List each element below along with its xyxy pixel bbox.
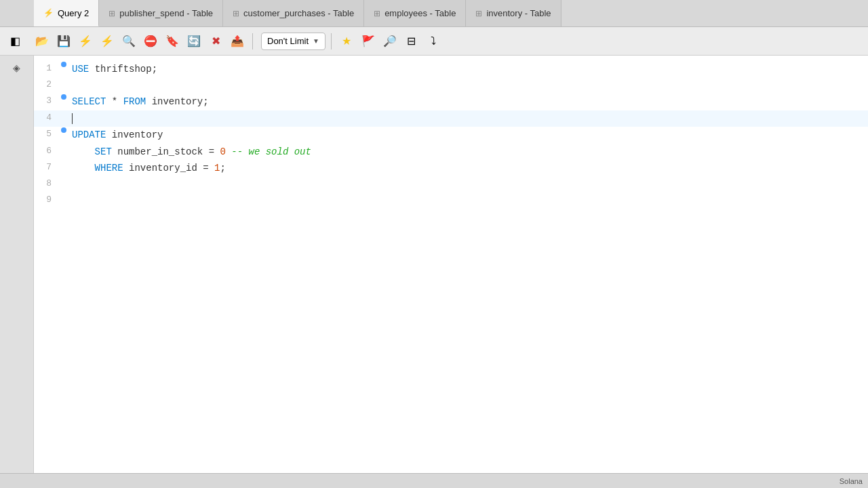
line-content-7: WHERE inventory_id = 1; <box>69 161 868 176</box>
line-dot-3 <box>58 94 69 100</box>
line-content-5: UPDATE inventory <box>69 127 868 142</box>
bookmark-button[interactable]: 🔖 <box>163 32 182 51</box>
table-icon-1: ⊞ <box>108 9 115 18</box>
code-editor[interactable]: 1 USE thriftshop; 2 3 SELECT * FROM inve… <box>34 56 868 473</box>
tab-customer-purchases[interactable]: ⊞ customer_purchases - Table <box>223 0 364 26</box>
tab-query2-label: Query 2 <box>58 8 89 18</box>
tab-publisher-spend-label: publisher_spend - Table <box>119 8 213 18</box>
line-number-9: 9 <box>34 193 58 207</box>
code-line-8: 8 <box>34 176 868 192</box>
export-button[interactable]: 📤 <box>228 32 247 51</box>
line-dot-5 <box>58 127 69 133</box>
line-content-1: USE thriftshop; <box>69 62 868 77</box>
code-line-6: 6 SET number_in_stock = 0 -- we sold out <box>34 144 868 160</box>
stop-button[interactable]: ⛔ <box>141 32 160 51</box>
sidebar-toggle-area: ◧ <box>5 32 27 51</box>
zoom-button[interactable]: 🔎 <box>380 32 399 51</box>
line-number-6: 6 <box>34 144 58 159</box>
status-bar: Solana <box>0 473 868 488</box>
open-file-button[interactable]: 📂 <box>33 32 52 51</box>
line-number-7: 7 <box>34 161 58 175</box>
limit-arrow-icon: ▼ <box>313 37 319 45</box>
line-content-6: SET number_in_stock = 0 -- we sold out <box>69 144 868 159</box>
sidebar-schema-icon[interactable]: ◈ <box>7 58 26 77</box>
code-line-5: 5 UPDATE inventory <box>34 127 868 143</box>
search-button[interactable]: 🔍 <box>119 32 138 51</box>
line-number-1: 1 <box>34 62 58 76</box>
tab-inventory[interactable]: ⊞ inventory - Table <box>466 0 561 26</box>
line-dot-1 <box>58 62 69 67</box>
table-icon-3: ⊞ <box>374 9 380 18</box>
sidebar-toggle-button[interactable]: ◧ <box>5 32 24 51</box>
line-number-3: 3 <box>34 94 58 108</box>
line-number-5: 5 <box>34 127 58 142</box>
table-icon-4: ⊞ <box>475 9 482 18</box>
wrap-button[interactable]: ⤵ <box>424 32 443 51</box>
table-icon-2: ⊞ <box>233 9 239 18</box>
code-line-7: 7 WHERE inventory_id = 1; <box>34 160 868 176</box>
lightning-icon: ⚡ <box>43 8 54 18</box>
tab-bar: ⚡ Query 2 ⊞ publisher_spend - Table ⊞ cu… <box>0 0 868 27</box>
limit-select[interactable]: Don't Limit ▼ <box>261 33 326 50</box>
tab-inventory-label: inventory - Table <box>486 8 551 18</box>
status-info: Solana <box>840 477 863 485</box>
toolbar-separator <box>252 33 253 49</box>
code-line-2: 2 <box>34 77 868 94</box>
sidebar: ◈ <box>0 56 34 473</box>
line-content-3: SELECT * FROM inventory; <box>69 94 868 109</box>
tab-employees[interactable]: ⊞ employees - Table <box>364 0 466 26</box>
code-line-4: 4 <box>34 110 868 127</box>
tab-employees-label: employees - Table <box>384 8 456 18</box>
main-content: ◈ 1 USE thriftshop; 2 3 SELECT * FROM in… <box>0 56 868 473</box>
flag-button[interactable]: 🚩 <box>359 32 378 51</box>
tab-query2[interactable]: ⚡ Query 2 <box>34 0 99 26</box>
toolbar: ◧ 📂 💾 ⚡ ⚡ 🔍 ⛔ 🔖 🔄 ✖ 📤 Don't Limit ▼ ★ 🚩 … <box>0 27 868 56</box>
code-line-3: 3 SELECT * FROM inventory; <box>34 94 868 110</box>
code-line-1: 1 USE thriftshop; <box>34 61 868 77</box>
toolbar-separator-2 <box>331 33 332 49</box>
save-button[interactable]: 💾 <box>54 32 73 51</box>
code-line-9: 9 <box>34 192 868 209</box>
run-all-button[interactable]: ⚡ <box>98 32 117 51</box>
line-number-2: 2 <box>34 78 58 92</box>
refresh-button[interactable]: 🔄 <box>184 32 203 51</box>
format-button[interactable]: ⊟ <box>402 32 421 51</box>
star-button[interactable]: ★ <box>337 32 356 51</box>
line-content-4 <box>69 111 868 126</box>
run-button[interactable]: ⚡ <box>76 32 95 51</box>
tab-publisher-spend[interactable]: ⊞ publisher_spend - Table <box>99 0 223 26</box>
tab-customer-purchases-label: customer_purchases - Table <box>243 8 354 18</box>
editor-area[interactable]: 1 USE thriftshop; 2 3 SELECT * FROM inve… <box>34 56 868 473</box>
line-number-4: 4 <box>34 111 58 125</box>
line-number-8: 8 <box>34 177 58 191</box>
cancel-button[interactable]: ✖ <box>206 32 225 51</box>
limit-label: Don't Limit <box>267 36 309 46</box>
